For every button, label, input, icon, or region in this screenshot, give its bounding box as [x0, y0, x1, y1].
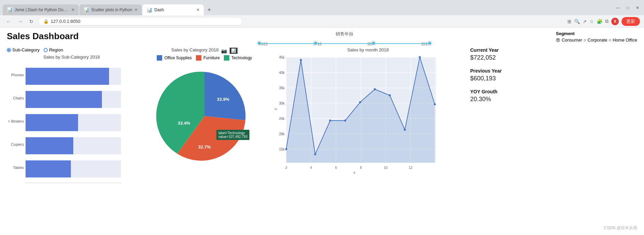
legend-furniture-label: Furniture [203, 56, 220, 60]
radio-sub-category-circle [7, 48, 11, 52]
legend-technology: Technology [224, 55, 252, 61]
radio-sub-category-label: Sub-Category [12, 47, 40, 52]
bar-chart-title: Sales by Sub-Category 2018 [7, 54, 136, 60]
stats-panel: Current Year $722,052 Previous Year $600… [467, 47, 535, 232]
bar-icon[interactable]: 📊 [230, 48, 237, 54]
profile-icon[interactable]: X [611, 18, 619, 25]
yoy-value: 20.30% [470, 96, 535, 103]
svg-text:4: 4 [310, 166, 312, 170]
url-text: 127.0.0.1:8050 [51, 19, 80, 24]
segment-radio-consumer[interactable]: ⦿ [556, 37, 560, 43]
pie-chart-area: 33.9% 33.4% 32.7% label=Technology value… [150, 63, 259, 170]
translate-icon[interactable]: ⊞ [567, 19, 571, 24]
bar-chart-svg: Phones Chairs > Binders Copiers Tables [7, 61, 133, 184]
line-point-10 [419, 56, 421, 58]
line-point-6 [359, 101, 361, 103]
tab-2-icon: 📊 [83, 7, 89, 13]
svg-rect-11 [26, 91, 102, 108]
share-icon[interactable]: ↗ [583, 19, 587, 24]
radio-region[interactable]: Region [44, 47, 63, 52]
svg-text:20k: 20k [279, 132, 285, 136]
segment-radio-corporate[interactable]: ○ [583, 37, 586, 43]
pie-chart-title: Sales by Category 2018 [171, 47, 219, 52]
svg-text:> Binders: > Binders [8, 119, 24, 123]
tab-3[interactable]: 📊 Dash ✕ [142, 4, 204, 15]
svg-text:10: 10 [384, 166, 388, 170]
line-point-4 [329, 120, 331, 122]
address-bar: ← → ↻ 🔒 127.0.0.1:8050 ⊞ 🔍 ↗ ☆ 🧩 ⧉ X 更新 [0, 15, 644, 28]
refresh-button[interactable]: ↻ [27, 18, 35, 25]
segment-radios: ⦿ Consumer ○ Corporate ○ Home Office [556, 37, 637, 43]
svg-text:33.9%: 33.9% [217, 97, 230, 102]
tab-3-close[interactable]: ✕ [196, 7, 200, 12]
line-point-8 [389, 94, 391, 96]
slider-filled [259, 43, 430, 44]
svg-text:Phones: Phones [11, 73, 24, 77]
main-content: Sub-Category Region Sales by Sub-Categor… [7, 47, 637, 232]
current-year-value: $722,052 [470, 54, 535, 61]
svg-text:25k: 25k [279, 117, 285, 121]
yoy-label: YOY Grouth [470, 89, 535, 94]
tab-1[interactable]: 📊 Jsme | Dash for Python Docume... ✕ [3, 4, 79, 15]
back-button[interactable]: ← [4, 18, 13, 25]
radio-group: Sub-Category Region [7, 47, 136, 52]
tooltip-value: value=107,492,793 [218, 135, 247, 139]
svg-text:8: 8 [360, 166, 362, 170]
forward-button[interactable]: → [16, 18, 25, 25]
tab-1-close[interactable]: ✕ [71, 7, 75, 12]
close-icon[interactable]: ✕ [634, 5, 641, 11]
current-year-stat: Current Year $722,052 [470, 47, 535, 61]
split-view-icon[interactable]: ⧉ [605, 18, 609, 24]
segment-label: Segment [556, 31, 637, 36]
browser-chrome: 📊 Jsme | Dash for Python Docume... ✕ 📊 S… [0, 0, 644, 15]
csdn-watermark: CSDN @百木从萌 [604, 225, 637, 231]
segment-radio-homeoffice[interactable]: ○ [609, 37, 611, 43]
segment-homeoffice-label: Home Office [613, 37, 637, 43]
svg-text:y: y [273, 108, 277, 110]
tab-2[interactable]: 📊 Scatter plots in Python ✕ [79, 4, 142, 15]
tab-2-close[interactable]: ✕ [134, 7, 138, 12]
segment-corporate-label: Corporate [587, 37, 607, 43]
legend-technology-label: Technology [231, 56, 252, 60]
line-point-2 [300, 59, 302, 61]
bar-chart-container: Phones Chairs > Binders Copiers Tables [7, 61, 136, 190]
tab-1-icon: 📊 [7, 7, 13, 13]
pie-chart-svg: 33.9% 33.4% 32.7% [150, 63, 259, 169]
svg-text:35k: 35k [279, 86, 285, 90]
new-tab-button[interactable]: + [204, 5, 214, 15]
svg-text:Copiers: Copiers [11, 142, 24, 146]
svg-rect-10 [26, 68, 109, 85]
update-button[interactable]: 更新 [622, 17, 640, 26]
url-bar[interactable]: 🔒 127.0.0.1:8050 [38, 17, 243, 26]
tab-2-title: Scatter plots in Python [91, 7, 132, 12]
legend-office-color [157, 55, 162, 61]
current-year-label: Current Year [470, 47, 535, 53]
line-point-5 [344, 120, 346, 122]
maximize-icon[interactable]: □ [625, 5, 631, 11]
previous-year-value: $600,193 [470, 75, 535, 82]
radio-sub-category[interactable]: Sub-Category [7, 47, 40, 52]
svg-rect-12 [26, 114, 78, 131]
search-icon[interactable]: 🔍 [574, 19, 580, 24]
radio-region-label: Region [49, 47, 63, 52]
previous-year-stat: Previous Year $600,193 [470, 68, 535, 82]
svg-text:15k: 15k [279, 147, 285, 151]
svg-text:x: x [353, 170, 355, 174]
line-point-9 [404, 129, 406, 131]
dashboard: Sales Dashboard 销售年份 2015 2016 2017 2018 [0, 28, 644, 235]
line-point-7 [374, 88, 376, 90]
camera-icon[interactable]: 📷 [221, 48, 227, 53]
svg-text:Tables: Tables [13, 166, 24, 170]
extensions-icon[interactable]: 🧩 [597, 19, 602, 24]
svg-text:32.7%: 32.7% [198, 144, 211, 150]
star-icon[interactable]: ☆ [589, 19, 594, 24]
tab-1-title: Jsme | Dash for Python Docume... [15, 7, 69, 12]
svg-rect-14 [26, 160, 71, 177]
legend-furniture-color [196, 55, 201, 61]
tab-3-title: Dash [154, 7, 164, 12]
address-bar-icons: ⊞ 🔍 ↗ ☆ 🧩 ⧉ X 更新 [567, 17, 640, 26]
svg-text:2: 2 [285, 166, 287, 170]
minimize-icon[interactable]: — [614, 5, 622, 11]
tab-3-icon: 📊 [147, 7, 152, 13]
svg-text:40k: 40k [279, 71, 285, 75]
